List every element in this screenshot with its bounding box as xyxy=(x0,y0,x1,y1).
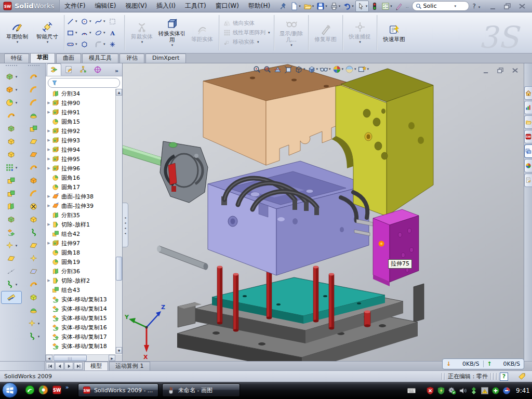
chevron-down-icon[interactable]: ▾ xyxy=(339,4,341,8)
tab-motion-study[interactable]: 运动算例 1 xyxy=(109,362,150,371)
tree-item[interactable]: 实体-移动/复制14 xyxy=(46,304,115,313)
chevron-down-icon[interactable]: ▾ xyxy=(268,31,270,35)
tab-evaluate[interactable]: 评估 xyxy=(119,54,144,63)
tree-item[interactable]: 圆角19 xyxy=(46,257,115,267)
point-button[interactable] xyxy=(109,38,123,50)
sketch-fillet-button[interactable]: ▾ xyxy=(95,38,109,50)
boundary-surface-button[interactable] xyxy=(23,122,44,135)
untrim-surface-button[interactable] xyxy=(23,252,44,265)
panel-overflow-button[interactable]: » xyxy=(115,68,121,76)
tree-item[interactable]: 分割36 xyxy=(46,267,115,276)
tab-dimxpert[interactable]: DimXpert xyxy=(145,54,186,63)
fillet-button[interactable]: ▾ xyxy=(1,96,22,109)
expand-arrow-icon[interactable]: ▶ xyxy=(46,166,52,170)
appearances-scenes-tab[interactable] xyxy=(524,159,532,172)
chevron-down-icon[interactable]: ▾ xyxy=(352,4,354,8)
thicken-button[interactable] xyxy=(23,174,44,187)
search-box[interactable]: ▾ xyxy=(412,1,469,11)
print-button[interactable]: ▾ xyxy=(329,1,342,11)
media-player-icon[interactable] xyxy=(38,385,48,395)
orientation-triad[interactable]: Y Z X xyxy=(124,304,165,361)
extend-surface-button[interactable] xyxy=(23,278,44,291)
solidworks-resources-tab[interactable] xyxy=(524,101,532,114)
zoom-fit-button[interactable] xyxy=(252,65,261,74)
chevron-down-icon[interactable]: ▾ xyxy=(17,40,19,44)
document-restore-button[interactable] xyxy=(496,65,505,75)
solidworks-launcher-icon[interactable]: SW xyxy=(52,385,62,395)
feature-manager-tab[interactable] xyxy=(47,63,61,76)
expand-arrow-icon[interactable]: ▶ xyxy=(46,110,52,114)
volume-icon[interactable] xyxy=(459,387,467,395)
chevron-down-icon[interactable]: ▾ xyxy=(366,4,368,8)
chevron-down-icon[interactable]: ▾ xyxy=(16,101,18,105)
search-input[interactable] xyxy=(423,3,453,9)
chevron-down-icon[interactable]: ▾ xyxy=(89,19,91,23)
sketch-button[interactable]: 草图绘制▾ xyxy=(2,20,32,45)
chevron-down-icon[interactable]: ▾ xyxy=(16,244,18,248)
tree-item[interactable]: ▶拉伸91 xyxy=(46,108,115,117)
tree-item[interactable]: 圆角17 xyxy=(46,182,115,192)
previous-study-button[interactable] xyxy=(55,362,64,370)
extruded-boss-button[interactable]: ▾ xyxy=(1,70,22,83)
custom-properties-tab[interactable] xyxy=(524,174,532,187)
menu-file[interactable]: 文件(F) xyxy=(60,0,90,12)
view-settings-button[interactable]: ▾ xyxy=(358,65,369,74)
spiral-curve-button[interactable] xyxy=(23,226,44,239)
model-slide-insert[interactable] xyxy=(354,209,419,286)
update-gear-icon[interactable] xyxy=(448,387,456,395)
corner-rectangle-button[interactable]: ▾ xyxy=(66,27,81,38)
chevron-down-icon[interactable]: ▾ xyxy=(16,88,18,92)
tree-item[interactable]: ▶拉伸94 xyxy=(46,145,115,154)
antivirus-red-icon[interactable] xyxy=(426,387,434,395)
exploded-mold-assembly[interactable]: Y Z X xyxy=(123,63,524,361)
chevron-down-icon[interactable]: ▾ xyxy=(290,43,292,47)
tree-item[interactable]: ▶拉伸93 xyxy=(46,136,115,145)
chevron-down-icon[interactable]: ▾ xyxy=(47,40,49,44)
chevron-down-icon[interactable]: ▾ xyxy=(141,40,143,44)
shield-green-icon[interactable] xyxy=(437,387,445,395)
expand-arrow-icon[interactable]: ▶ xyxy=(46,278,52,283)
model-guide-rod[interactable] xyxy=(157,246,208,270)
tree-item[interactable]: 实体-移动/复制17 xyxy=(46,332,115,341)
tag-icon[interactable] xyxy=(518,373,526,380)
chevron-down-icon[interactable]: ▾ xyxy=(329,67,331,71)
revolved-surface-button[interactable] xyxy=(23,83,44,96)
menu-tools[interactable]: 工具(T) xyxy=(180,0,211,12)
view-orientation-button[interactable] xyxy=(284,65,292,74)
zoom-area-button[interactable] xyxy=(263,65,272,74)
chevron-down-icon[interactable]: ▾ xyxy=(103,42,105,46)
restore-button[interactable] xyxy=(503,1,512,11)
spline-button[interactable]: ▾ xyxy=(95,16,109,27)
chevron-down-icon[interactable]: ▾ xyxy=(354,67,356,71)
document-close-button[interactable] xyxy=(511,65,520,75)
display-style-button[interactable]: ▾ xyxy=(294,65,305,74)
chevron-down-icon[interactable]: ▾ xyxy=(303,67,305,71)
filled-surface-button[interactable] xyxy=(23,187,44,200)
expand-arrow-icon[interactable]: ▶ xyxy=(46,148,52,152)
tree-item[interactable]: 实体-移动/复制18 xyxy=(46,341,115,351)
first-study-button[interactable] xyxy=(46,362,55,370)
tree-item[interactable]: 实体-移动/复制16 xyxy=(46,323,115,332)
pin-button[interactable] xyxy=(278,1,288,11)
line-button[interactable]: ▾ xyxy=(66,16,81,27)
tree-item[interactable]: ▶拉伸95 xyxy=(46,154,115,164)
file-explorer-tab[interactable] xyxy=(524,144,532,158)
chevron-down-icon[interactable]: ▾ xyxy=(16,283,18,287)
select-button[interactable]: ▾ xyxy=(355,1,369,12)
hole-wizard-button[interactable] xyxy=(1,148,22,161)
expand-arrow-icon[interactable]: ▶ xyxy=(46,241,52,245)
chevron-down-icon[interactable]: ▾ xyxy=(342,67,344,71)
selection-box-button[interactable] xyxy=(109,16,123,27)
section-view-button[interactable] xyxy=(273,65,282,74)
toolbox-tab[interactable]: SW xyxy=(524,130,532,143)
scroll-right-button[interactable]: ▶ xyxy=(109,355,115,361)
delete-face-button[interactable] xyxy=(23,200,44,213)
pen-button[interactable] xyxy=(394,1,404,11)
expand-arrow-icon[interactable]: ▶ xyxy=(46,157,52,161)
tab-sketch[interactable]: 草图 xyxy=(30,53,55,63)
minimize-button[interactable] xyxy=(488,1,498,11)
tree-item[interactable]: 组合43 xyxy=(46,285,115,295)
expand-arrow-icon[interactable]: ▶ xyxy=(46,129,52,133)
open-button[interactable]: ▾ xyxy=(302,1,315,11)
graphics-viewport[interactable]: Y Z X ▾▾▾▾▾▾ 拉伸75 xyxy=(123,63,524,361)
